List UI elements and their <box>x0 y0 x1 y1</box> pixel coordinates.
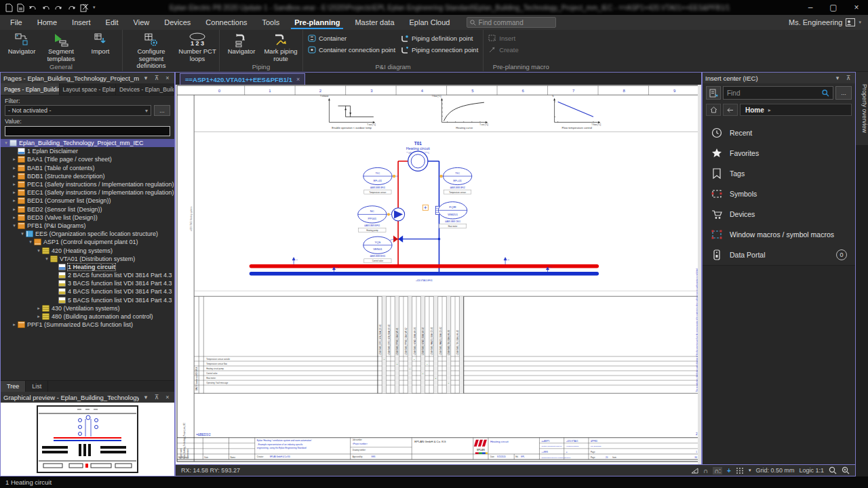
tree-item[interactable]: ▾ 420 (Heating systems) <box>1 246 174 254</box>
undo-dropdown-icon[interactable] <box>28 3 37 12</box>
number-pct-loops-button[interactable]: 1 2 3 Number PCT loops <box>178 31 216 62</box>
user-account[interactable]: Ms. Engineering ▾ <box>789 15 868 30</box>
item-tags[interactable]: Tags <box>703 163 855 184</box>
item-recent[interactable]: Recent <box>703 123 855 143</box>
tree-expand-arrow[interactable]: ▸ <box>11 182 18 187</box>
configure-segment-definitions-button[interactable]: Configure segment definitions <box>125 31 177 70</box>
menu-tab[interactable]: Pre-planning <box>287 15 347 30</box>
back-button[interactable] <box>723 104 738 116</box>
piping-definition-point-button[interactable]: Piping definition point <box>399 33 480 43</box>
undo-icon[interactable] <box>41 3 50 12</box>
tree-item[interactable]: ▸ EEC1 (Safety instructions / Implementa… <box>1 188 174 197</box>
item-data-portal[interactable]: Data Portal 0 <box>703 245 855 265</box>
tree-item[interactable]: ▸ BED3 (Valve list (Design)) <box>1 214 174 222</box>
insert-center-find-input[interactable] <box>727 89 819 97</box>
tree-item[interactable]: ▸ 430 (Ventilation systems) <box>1 304 174 312</box>
menu-tab[interactable]: Eplan Cloud <box>402 15 458 30</box>
item-devices[interactable]: Devices <box>703 204 855 224</box>
segment-templates-button[interactable]: Segment templates <box>42 31 80 62</box>
close-button[interactable]: × <box>845 0 868 15</box>
macro-create-button[interactable]: Create <box>486 45 521 54</box>
preview-menu-icon[interactable]: ▾ <box>142 394 150 401</box>
new-page-icon[interactable] <box>5 3 13 12</box>
insert-center-find-box[interactable] <box>723 86 833 100</box>
item-window-macros[interactable]: Window macros / symbol macros <box>703 224 855 245</box>
tree-item[interactable]: 1 Eplan Disclaimer <box>1 147 174 155</box>
cancel-action-icon[interactable] <box>80 3 89 12</box>
find-command-box[interactable] <box>467 17 556 28</box>
container-button[interactable]: Container <box>306 33 397 43</box>
menu-tab[interactable]: Insert <box>64 15 98 30</box>
tree-expand-arrow[interactable]: ▸ <box>11 215 18 220</box>
open-page-icon[interactable] <box>17 3 24 12</box>
tab-tree[interactable]: Tree <box>1 381 26 392</box>
tree-item[interactable]: ▸ PEC1 (Safety instructions / Implementa… <box>1 180 174 188</box>
document-tab[interactable]: ==ASP1+420.VTA01++EES&PFB1/1 × <box>180 73 305 85</box>
pages-panel-header[interactable]: Pages - Eplan_Building_Technology_Projec… <box>1 73 174 83</box>
item-symbols[interactable]: Symbols <box>703 184 855 204</box>
tree-expand-arrow[interactable]: ▾ <box>27 239 34 245</box>
tree-expand-arrow[interactable]: ▸ <box>35 306 42 311</box>
piping-navigator-button[interactable]: Navigator <box>222 31 260 56</box>
dock-tab-layout-space[interactable]: Layout space - Eplan... <box>60 83 116 95</box>
insert-center-pin-icon[interactable]: ⊼ <box>844 75 852 81</box>
item-favorites[interactable]: Favorites <box>703 143 855 163</box>
preview-close-icon[interactable]: × <box>163 394 172 401</box>
tree-expand-arrow[interactable]: ▸ <box>35 314 42 319</box>
find-search-icon[interactable] <box>822 89 829 97</box>
tree-item[interactable]: 3 BACS function list VDI 3814 Part 4.3 <box>1 279 174 287</box>
value-input[interactable] <box>5 126 170 136</box>
menu-tab[interactable]: Devices <box>157 15 198 30</box>
tree-item[interactable]: 5 BACS function list VDI 3814 Part 4.3 <box>1 296 174 304</box>
tree-item[interactable]: ▸ BAB1 (Table of contents) <box>1 164 174 172</box>
panel-close-icon[interactable]: × <box>163 75 172 81</box>
zoom-in-icon[interactable] <box>829 466 837 474</box>
tree-expand-arrow[interactable]: ▸ <box>11 157 18 162</box>
tree-item[interactable]: ▸ BED1 (Consumer list (Design)) <box>1 197 174 205</box>
menu-tab[interactable]: File <box>3 15 30 30</box>
tree-item[interactable]: ▾ VTA01 (Distribution system) <box>1 255 174 263</box>
property-overview-tab[interactable]: Property overview <box>856 72 868 145</box>
dock-tab-pages[interactable]: Pages - Eplan_Buildin... <box>1 83 60 95</box>
drawing-canvas[interactable]: 0123456789 T release T out [°C] <box>176 85 701 464</box>
mark-piping-route-button[interactable]: Mark piping route <box>262 31 300 62</box>
dock-tab-devices[interactable]: Devices - Eplan_Build... <box>116 83 174 95</box>
piping-connection-point-button[interactable]: Piping connection point <box>399 45 480 54</box>
snap-to-grid-icon[interactable]: ∩ <box>703 467 708 474</box>
tree-expand-arrow[interactable]: ▸ <box>11 198 18 203</box>
tree-expand-arrow[interactable]: ▸ <box>11 165 18 171</box>
menu-tab[interactable]: Connections <box>198 15 254 30</box>
container-connection-point-button[interactable]: Container connection point <box>306 45 397 54</box>
panel-pin-icon[interactable]: ⊼ <box>153 75 161 81</box>
maximize-button[interactable]: ▢ <box>822 0 845 15</box>
tree-expand-arrow[interactable]: ▸ <box>11 190 18 195</box>
grid-display-icon[interactable] <box>736 467 744 474</box>
menu-tab[interactable]: Tools <box>255 15 288 30</box>
instrument-heat-meter[interactable]: FQIR WMZ01 &AMX-BMS CE01 Heat meter <box>435 202 467 228</box>
tree-item[interactable]: ▾ ASP1 (Control equipment plant 01) <box>1 238 174 246</box>
menu-tab[interactable]: Home <box>30 15 64 30</box>
menu-tab[interactable]: Edit <box>98 15 126 30</box>
angle-snap-icon[interactable] <box>691 467 698 474</box>
page-reference[interactable]: =&BED3/2 <box>196 433 211 436</box>
tree-expand-arrow[interactable]: ▾ <box>35 248 42 253</box>
tree-item[interactable]: 1 Heating circuit <box>1 263 174 271</box>
find-command-input[interactable] <box>479 19 553 26</box>
filter-select[interactable]: - Not activated - ▾ <box>5 105 151 116</box>
tree-item[interactable]: ▾ EES (Organization specific location st… <box>1 230 174 238</box>
tree-expand-arrow[interactable]: ▾ <box>19 231 26 237</box>
preview-pin-icon[interactable]: ⊼ <box>153 394 161 401</box>
grid-caret-icon[interactable]: ▾ <box>749 468 751 473</box>
home-button[interactable] <box>706 104 721 116</box>
import-button[interactable]: Import <box>81 31 119 56</box>
tree-item[interactable]: ▸ BED2 (Sensor list (Design)) <box>1 205 174 214</box>
filter-more-button[interactable]: ... <box>154 105 170 116</box>
menu-tab[interactable]: View <box>126 15 157 30</box>
redo-icon[interactable] <box>54 3 63 12</box>
tree-item[interactable]: 4 BACS function list VDI 3814 Part 4.3 <box>1 287 174 296</box>
document-tab-close-icon[interactable]: × <box>296 76 300 83</box>
tree-item[interactable]: ▸ PPF1 (Summarized BACS function list) <box>1 321 174 329</box>
object-snap-icon[interactable]: ∩: <box>713 467 722 474</box>
macro-insert-button[interactable]: Insert <box>486 33 521 43</box>
tree-expand-arrow[interactable]: ▸ <box>11 174 18 179</box>
